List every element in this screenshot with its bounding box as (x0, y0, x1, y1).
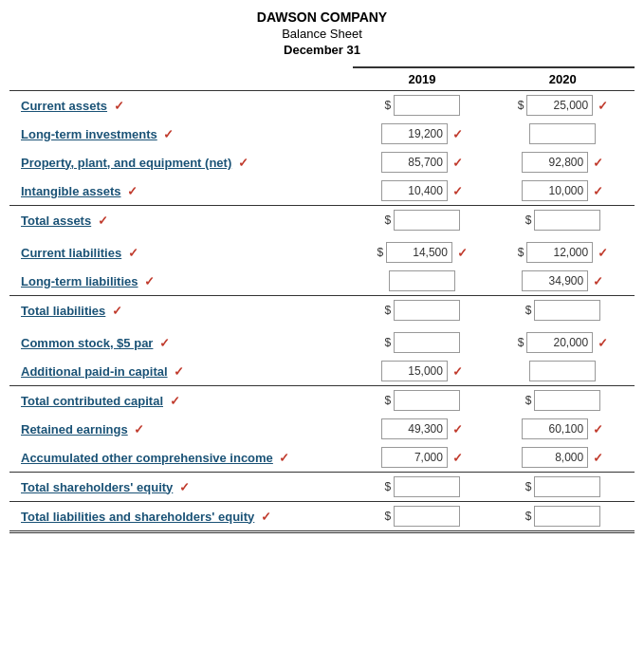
y2-input-common-stock[interactable] (526, 332, 593, 353)
label-current-assets: Current assets (13, 99, 107, 113)
y2-input-current-liabilities[interactable] (526, 242, 593, 263)
y2-input-aoci[interactable] (522, 447, 588, 468)
y1-check-intangible-assets: ✓ (452, 184, 463, 198)
y2-input-ppe[interactable] (522, 152, 588, 173)
label-aoci: Accumulated other comprehensive income (13, 451, 273, 465)
label-long-term-liabilities: Long-term liabilities (13, 274, 138, 288)
y1-input-total-contributed[interactable] (394, 390, 460, 411)
y1-check-current-liabilities: ✓ (457, 246, 468, 260)
y2-input-intangible-assets[interactable] (522, 180, 588, 201)
balance-sheet-table: 2019 2020 Current assets ✓$$✓Long-term i… (0, 66, 644, 533)
check-label-total-liabilities-equity: ✓ (257, 510, 271, 524)
label-long-term-investments: Long-term investments (13, 127, 157, 141)
y1-input-total-liabilities[interactable] (394, 300, 460, 321)
table-row: Common stock, $5 par ✓$$✓ (9, 325, 635, 357)
check-label-total-contributed: ✓ (166, 394, 180, 408)
y1-input-intangible-assets[interactable] (381, 180, 448, 201)
y1-dollar-total-shareholders-equity: $ (384, 480, 392, 493)
y1-input-aoci[interactable] (381, 447, 448, 468)
y1-dollar-current-assets: $ (384, 99, 392, 112)
label-intangible-assets: Intangible assets (13, 184, 120, 198)
company-name: DAWSON COMPANY (0, 9, 644, 25)
label-total-assets: Total assets (13, 214, 91, 228)
y1-input-current-liabilities[interactable] (386, 242, 452, 263)
y1-input-ppe[interactable] (381, 152, 448, 173)
y1-check-additional-paid-in: ✓ (452, 364, 463, 379)
label-total-contributed: Total contributed capital (13, 394, 163, 408)
y2-check-current-assets: ✓ (598, 99, 608, 113)
table-row: Retained earnings ✓✓✓ (9, 415, 635, 443)
check-label-long-term-liabilities: ✓ (141, 274, 156, 288)
table-row: Total contributed capital ✓$$ (9, 386, 635, 416)
label-current-liabilities: Current liabilities (13, 246, 121, 260)
y2-check-current-liabilities: ✓ (598, 246, 608, 260)
y1-input-total-shareholders-equity[interactable] (394, 476, 460, 497)
table-row: Long-term investments ✓✓ (9, 120, 635, 148)
y1-check-retained-earnings: ✓ (452, 422, 463, 436)
y1-dollar-total-liabilities: $ (384, 304, 392, 317)
check-label-common-stock: ✓ (156, 336, 170, 350)
table-row: Total shareholders' equity ✓$$ (9, 473, 635, 502)
y2-input-total-shareholders-equity[interactable] (534, 476, 600, 497)
y2-dollar-common-stock: $ (517, 336, 524, 349)
y2-input-current-assets[interactable] (526, 95, 593, 116)
table-row: Additional paid-in capital ✓✓ (9, 357, 635, 386)
y2-input-total-contributed[interactable] (534, 390, 600, 411)
y1-dollar-total-assets: $ (384, 214, 392, 227)
check-label-current-assets: ✓ (110, 99, 124, 113)
y1-input-long-term-investments[interactable] (381, 123, 448, 144)
label-common-stock: Common stock, $5 par (13, 336, 153, 350)
y2-input-total-assets[interactable] (534, 210, 600, 231)
year2-header: 2020 (490, 67, 635, 91)
y2-check-ppe: ✓ (593, 156, 603, 170)
y2-input-additional-paid-in[interactable] (529, 361, 596, 381)
y2-input-long-term-investments[interactable] (529, 123, 596, 144)
y1-dollar-total-liabilities-equity: $ (384, 510, 392, 523)
y1-input-current-assets[interactable] (394, 95, 460, 116)
table-row: Total liabilities ✓$$ (9, 296, 635, 325)
label-header (9, 67, 353, 91)
y2-input-total-liabilities-equity[interactable] (534, 506, 600, 527)
y2-input-long-term-liabilities[interactable] (522, 270, 588, 291)
y2-check-common-stock: ✓ (598, 336, 608, 350)
label-total-liabilities: Total liabilities (13, 304, 105, 318)
sheet-date: December 31 (0, 43, 644, 57)
check-label-ppe: ✓ (234, 156, 248, 170)
label-ppe: Property, plant, and equipment (net) (13, 156, 231, 170)
y2-check-intangible-assets: ✓ (593, 184, 603, 198)
check-label-long-term-investments: ✓ (160, 127, 175, 141)
y1-check-ppe: ✓ (452, 156, 463, 170)
y2-dollar-total-liabilities: $ (524, 304, 532, 317)
y1-input-total-liabilities-equity[interactable] (394, 506, 460, 527)
table-row: Total assets ✓$$ (9, 206, 635, 235)
label-retained-earnings: Retained earnings (13, 422, 128, 436)
y1-input-retained-earnings[interactable] (381, 418, 448, 439)
year1-header: 2019 (353, 67, 490, 91)
y2-input-total-liabilities[interactable] (534, 300, 600, 321)
label-total-shareholders-equity: Total shareholders' equity (13, 480, 173, 494)
table-row: Total liabilities and shareholders' equi… (9, 502, 635, 532)
y1-input-additional-paid-in[interactable] (381, 361, 448, 381)
y2-dollar-total-liabilities-equity: $ (524, 510, 532, 523)
y1-check-aoci: ✓ (452, 451, 463, 465)
y2-dollar-current-liabilities: $ (517, 246, 524, 259)
y2-dollar-total-assets: $ (524, 214, 532, 227)
y2-dollar-current-assets: $ (517, 99, 524, 112)
check-label-total-assets: ✓ (94, 214, 108, 228)
y2-dollar-total-shareholders-equity: $ (524, 480, 532, 493)
table-row: Intangible assets ✓✓✓ (9, 176, 635, 206)
y1-input-total-assets[interactable] (394, 210, 460, 231)
y2-input-retained-earnings[interactable] (522, 418, 588, 439)
y1-input-common-stock[interactable] (394, 332, 460, 353)
sheet-title: Balance Sheet (0, 27, 644, 41)
y1-input-long-term-liabilities[interactable] (389, 270, 455, 291)
check-label-aoci: ✓ (276, 451, 290, 465)
y1-dollar-current-liabilities: $ (377, 246, 384, 259)
table-row: Current liabilities ✓$✓$✓ (9, 234, 635, 267)
table-row: Current assets ✓$$✓ (9, 91, 635, 121)
check-label-current-liabilities: ✓ (124, 246, 138, 260)
header: DAWSON COMPANY Balance Sheet December 31 (0, 9, 644, 57)
table-row: Long-term liabilities ✓✓ (9, 267, 635, 296)
y2-check-long-term-liabilities: ✓ (593, 274, 603, 288)
y2-dollar-total-contributed: $ (524, 394, 532, 407)
